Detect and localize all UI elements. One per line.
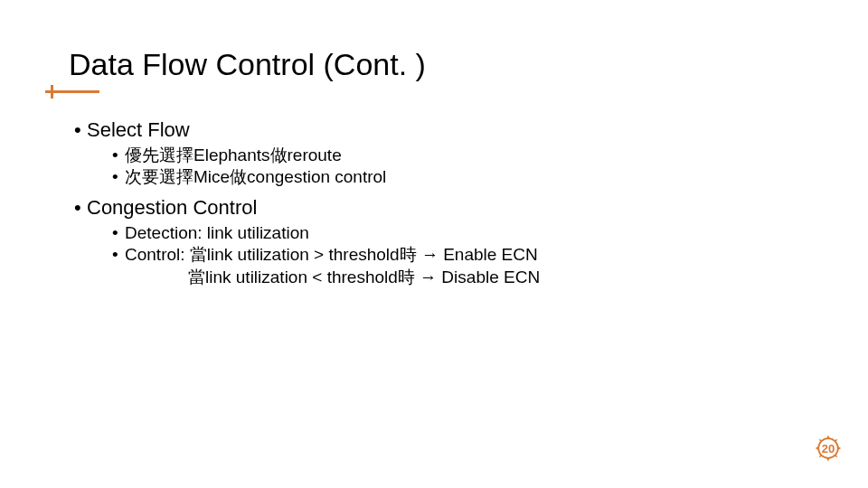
section-heading-text: Congestion Control bbox=[87, 196, 257, 219]
section-heading-text: Select Flow bbox=[87, 118, 190, 141]
page-number: 20 bbox=[822, 442, 835, 455]
section-heading-congestion-control: •Congestion Control bbox=[74, 195, 832, 221]
list-item-text: 次要選擇Mice做congestion control bbox=[125, 167, 386, 186]
list-item-text: 優先選擇Elephants做reroute bbox=[125, 145, 342, 164]
list-item: •次要選擇Mice做congestion control bbox=[112, 166, 832, 188]
list-item-text: Detection: link utilization bbox=[125, 223, 309, 242]
section-heading-select-flow: •Select Flow bbox=[74, 117, 832, 143]
list-item: •Detection: link utilization bbox=[112, 222, 832, 244]
title-underline bbox=[45, 90, 99, 93]
list-item: •Control: 當link utilization > threshold時… bbox=[112, 244, 832, 266]
slide-title: Data Flow Control (Cont. ) bbox=[69, 47, 426, 88]
list-item: •優先選擇Elephants做reroute bbox=[112, 145, 832, 166]
page-number-badge: 20 bbox=[812, 432, 844, 465]
slide-content: •Select Flow •優先選擇Elephants做reroute •次要選… bbox=[74, 116, 832, 289]
title-tick bbox=[51, 85, 53, 99]
list-item-text: 當link utilization < threshold時 → Disable… bbox=[188, 267, 540, 286]
list-item-text: Control: 當link utilization > threshold時 … bbox=[125, 245, 538, 264]
list-item-continuation: 當link utilization < threshold時 → Disable… bbox=[188, 267, 832, 288]
